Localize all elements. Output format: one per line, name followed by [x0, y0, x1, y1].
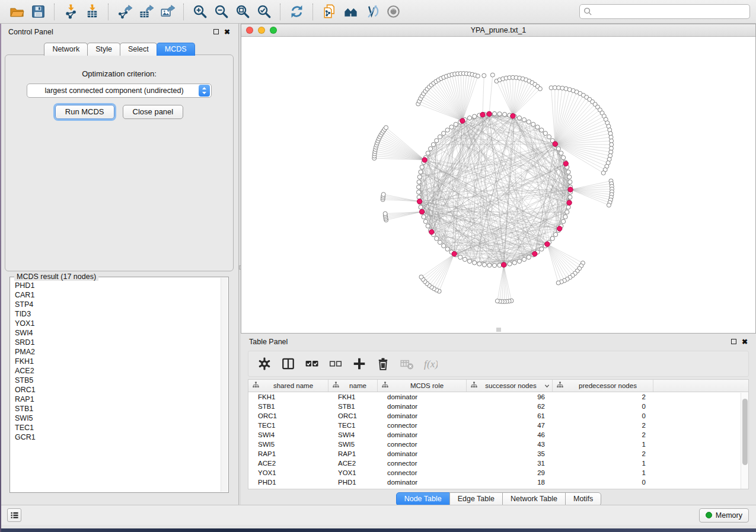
mcds-result-node[interactable]: TID3: [15, 309, 221, 319]
search-binoculars-button[interactable]: [340, 2, 361, 21]
cell-name: STB1: [328, 403, 378, 410]
mcds-result-node[interactable]: SWI4: [15, 328, 221, 338]
table-row[interactable]: SWI4SWI4dominator462: [248, 430, 748, 440]
tab-network[interactable]: Network: [44, 43, 88, 56]
mcds-result-node[interactable]: PMA2: [15, 347, 221, 357]
network-canvas[interactable]: [241, 37, 755, 333]
mcds-hub-node[interactable]: [419, 209, 424, 214]
mcds-result-node[interactable]: SRD1: [15, 338, 221, 347]
column-header-successor-nodes[interactable]: successor nodes: [467, 380, 553, 392]
mcds-hub-node[interactable]: [511, 114, 515, 118]
table-row[interactable]: ORC1ORC1dominator610: [248, 411, 748, 421]
first-neighbors-button[interactable]: [361, 2, 382, 21]
tab-edge-table[interactable]: Edge Table: [449, 492, 503, 506]
import-network-button[interactable]: [60, 2, 81, 21]
column-header-predecessor-nodes[interactable]: predecessor nodes: [553, 380, 653, 392]
show-hide-button[interactable]: [382, 2, 404, 21]
split-panel-button[interactable]: [279, 355, 297, 373]
table-row[interactable]: YOX1YOX1connector291: [248, 468, 748, 477]
close-table-panel-icon[interactable]: ✖: [742, 338, 748, 345]
mcds-result-node[interactable]: PHD1: [15, 281, 221, 290]
table-scrollbar-thumb[interactable]: [742, 399, 748, 465]
network-window-titlebar[interactable]: YPA_prune.txt_1: [241, 24, 755, 37]
select-all-checks-button[interactable]: [303, 355, 321, 373]
mcds-result-node[interactable]: SWI5: [15, 414, 221, 423]
tab-style[interactable]: Style: [87, 43, 120, 56]
table-row[interactable]: RAP1RAP1dominator352: [248, 449, 748, 459]
import-table-button[interactable]: [81, 2, 103, 21]
settings-gear-button[interactable]: [256, 355, 273, 373]
save-session-button[interactable]: [27, 2, 49, 21]
run-mcds-button[interactable]: Run MCDS: [55, 105, 114, 119]
column-header-shared-name[interactable]: shared name: [248, 380, 328, 392]
tab-select[interactable]: Select: [120, 43, 157, 56]
table-row[interactable]: TEC1TEC1connector472: [248, 421, 748, 430]
network-document-button[interactable]: [318, 2, 340, 21]
mcds-hub-node[interactable]: [429, 229, 434, 234]
canvas-divider-grip[interactable]: [496, 328, 501, 332]
mcds-hub-node[interactable]: [460, 118, 465, 123]
close-panel-icon[interactable]: ✖: [224, 28, 230, 36]
table-row[interactable]: ACE2ACE2connector311: [248, 459, 748, 468]
tab-motifs[interactable]: Motifs: [565, 492, 601, 506]
mcds-result-node[interactable]: ACE2: [15, 366, 221, 376]
result-list-scrollbar[interactable]: [221, 278, 228, 492]
mcds-result-node[interactable]: GCR1: [15, 432, 221, 442]
mcds-hub-node[interactable]: [563, 161, 568, 166]
mcds-hub-node[interactable]: [452, 251, 457, 256]
search-field[interactable]: [579, 4, 750, 19]
zoom-out-button[interactable]: [210, 2, 232, 21]
mcds-hub-node[interactable]: [568, 187, 573, 192]
mcds-hub-node[interactable]: [480, 112, 485, 117]
table-row[interactable]: SWI5SWI5connector431: [248, 440, 748, 449]
mcds-result-node[interactable]: YOX1: [15, 319, 221, 328]
criterion-dropdown[interactable]: largest connected component (undirected): [27, 84, 212, 98]
mcds-hub-node[interactable]: [501, 262, 506, 267]
mcds-hub-node[interactable]: [532, 251, 537, 256]
open-file-button[interactable]: [6, 2, 27, 21]
column-header-MCDS-role[interactable]: MCDS role: [378, 380, 467, 392]
mcds-result-node[interactable]: ORC1: [15, 385, 221, 395]
float-table-panel-icon[interactable]: [731, 339, 736, 344]
mcds-hub-node[interactable]: [545, 242, 550, 246]
search-input[interactable]: [595, 8, 746, 16]
mcds-result-node[interactable]: TEC1: [15, 423, 221, 432]
mcds-hub-node[interactable]: [553, 142, 557, 146]
table-scrollbar[interactable]: [741, 393, 748, 489]
add-column-button[interactable]: [350, 355, 368, 373]
task-history-button[interactable]: [7, 508, 21, 522]
mcds-result-node[interactable]: STB1: [15, 404, 221, 414]
column-header-name[interactable]: name: [328, 380, 378, 392]
close-panel-button[interactable]: Close panel: [123, 105, 184, 119]
zoom-fit-button[interactable]: [232, 2, 253, 21]
export-image-button[interactable]: [157, 2, 178, 21]
mcds-hub-node[interactable]: [557, 226, 562, 231]
mcds-result-node[interactable]: RAP1: [15, 395, 221, 404]
mcds-result-node[interactable]: STB5: [15, 376, 221, 385]
table-row[interactable]: PHD1PHD1dominator180: [248, 477, 748, 487]
mcds-hub-node[interactable]: [487, 111, 492, 116]
delete-column-button[interactable]: [374, 355, 392, 373]
deselect-all-checks-button[interactable]: [327, 355, 344, 373]
tab-network-table[interactable]: Network Table: [502, 492, 566, 506]
mcds-hub-node[interactable]: [422, 158, 427, 162]
tab-node-table[interactable]: Node Table: [396, 492, 450, 506]
mcds-result-node[interactable]: FKH1: [15, 357, 221, 366]
mcds-result-list[interactable]: PHD1CAR1STP4TID3YOX1SWI4SRD1PMA2FKH1ACE2…: [11, 278, 221, 492]
mcds-hub-node[interactable]: [567, 200, 572, 205]
table-row[interactable]: STB1STB1dominator620: [248, 402, 748, 411]
export-network-button[interactable]: [114, 2, 135, 21]
tab-mcds[interactable]: MCDS: [157, 43, 195, 56]
memory-button[interactable]: Memory: [699, 508, 749, 523]
network-graph[interactable]: [241, 37, 755, 332]
zoom-in-button[interactable]: [189, 2, 210, 21]
float-panel-icon[interactable]: [213, 29, 219, 34]
export-table-button[interactable]: [135, 2, 157, 21]
mcds-result-node[interactable]: CAR1: [15, 290, 221, 300]
mcds-result-node[interactable]: STP4: [15, 300, 221, 309]
mcds-hub-node[interactable]: [417, 199, 422, 204]
refresh-view-button[interactable]: [286, 2, 307, 21]
control-panel-title: Control Panel: [8, 28, 53, 36]
table-row[interactable]: FKH1FKH1dominator962: [248, 392, 748, 402]
zoom-selected-button[interactable]: [253, 2, 275, 21]
